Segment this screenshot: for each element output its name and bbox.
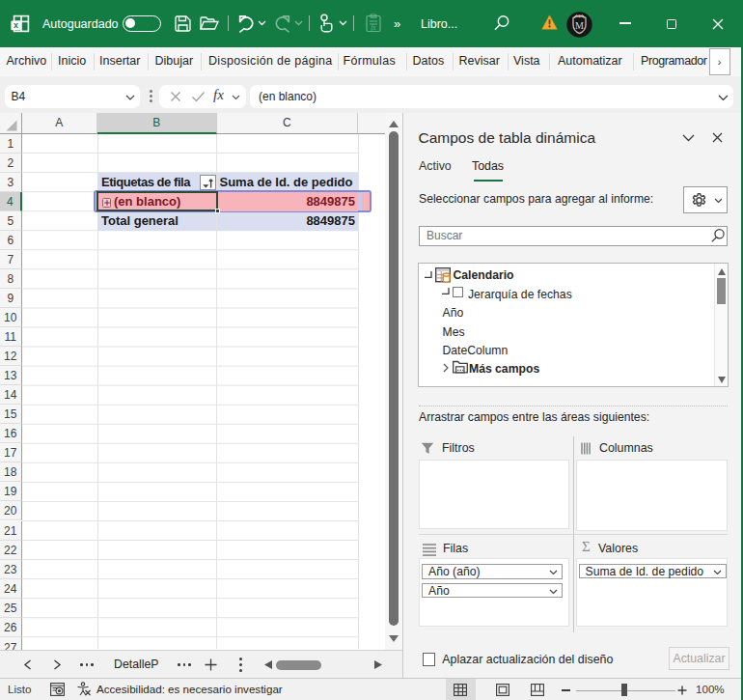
- svg-text:fx: fx: [371, 23, 376, 32]
- svg-text:M: M: [575, 20, 584, 31]
- svg-text:x: x: [14, 20, 18, 30]
